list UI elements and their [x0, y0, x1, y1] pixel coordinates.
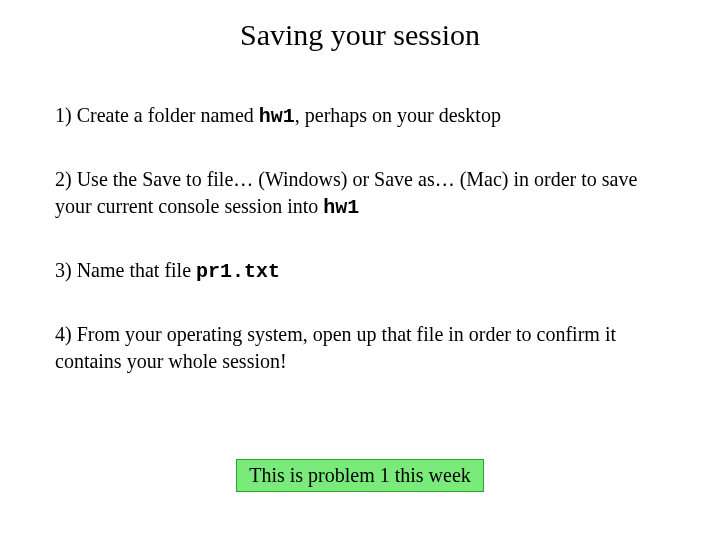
page-title: Saving your session	[55, 18, 665, 52]
step-1-prefix: 1) Create a folder named	[55, 104, 259, 126]
step-3-prefix: 3) Name that file	[55, 259, 196, 281]
step-4: 4) From your operating system, open up t…	[55, 321, 665, 375]
callout-container: This is problem 1 this week	[0, 459, 720, 492]
callout-badge: This is problem 1 this week	[236, 459, 484, 492]
step-3: 3) Name that file pr1.txt	[55, 257, 665, 285]
step-2-code: hw1	[323, 196, 359, 219]
step-1-code: hw1	[259, 105, 295, 128]
step-2: 2) Use the Save to file… (Windows) or Sa…	[55, 166, 665, 221]
step-1-suffix: , perhaps on your desktop	[295, 104, 501, 126]
step-3-code: pr1.txt	[196, 260, 280, 283]
step-1: 1) Create a folder named hw1, perhaps on…	[55, 102, 665, 130]
